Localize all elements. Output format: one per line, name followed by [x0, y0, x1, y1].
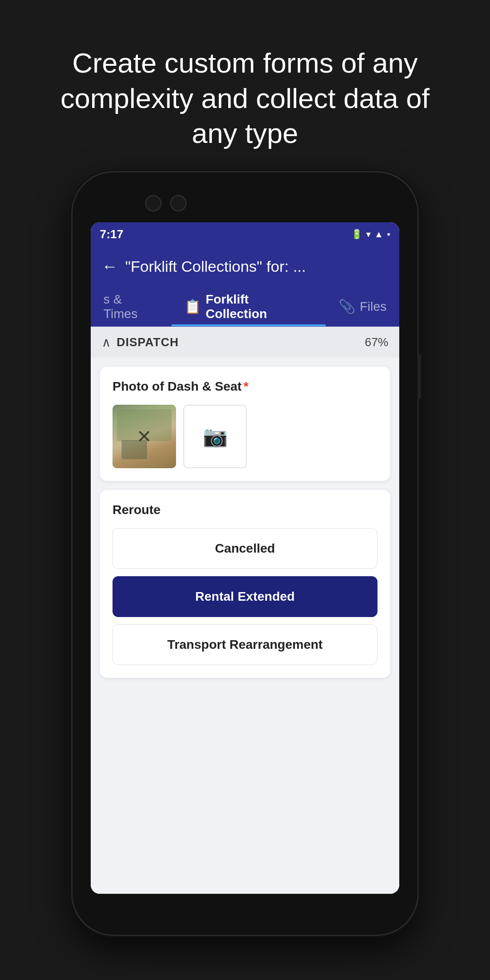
app-header: ← "Forklift Collections" for: ... — [91, 246, 399, 287]
chevron-up-icon[interactable]: ∧ — [102, 335, 111, 350]
section-progress: 67% — [365, 335, 388, 349]
notch — [200, 186, 290, 191]
tab-dates-times[interactable]: s & Times — [91, 287, 172, 326]
volume-button — [417, 354, 421, 399]
photo-thumbnail-1[interactable]: ✕ — [113, 405, 176, 468]
delete-photo-icon[interactable]: ✕ — [137, 426, 152, 447]
header-title: "Forklift Collections" for: ... — [125, 258, 306, 275]
wifi-icon: ▾ — [366, 229, 371, 240]
camera-right-icon — [170, 195, 186, 211]
camera-icon: 📷 — [203, 425, 228, 448]
headline-text: Create custom forms of any complexity an… — [0, 0, 490, 187]
reroute-option-transport-rearrangement[interactable]: Transport Rearrangement — [113, 624, 377, 665]
photo-card: Photo of Dash & Seat* ✕ — [100, 367, 390, 481]
phone-shell: 7:17 🔋 ▾ ▲ ▪ ← "Forklift Collections" fo… — [73, 172, 417, 935]
status-bar: 7:17 🔋 ▾ ▲ ▪ — [91, 222, 399, 246]
signal-icon: ▲ — [374, 229, 383, 240]
clipboard-icon: 📋 — [184, 299, 201, 314]
paperclip-icon: 📎 — [338, 299, 355, 314]
reroute-card-label: Reroute — [113, 503, 377, 517]
photo-grid: ✕ 📷 — [113, 405, 377, 468]
phone-device: 7:17 🔋 ▾ ▲ ▪ ← "Forklift Collections" fo… — [73, 172, 417, 935]
status-icons: 🔋 ▾ ▲ ▪ — [351, 229, 390, 240]
photo-card-label: Photo of Dash & Seat* — [113, 379, 377, 394]
tab-files-label: Files — [360, 299, 387, 314]
phone-screen: 7:17 🔋 ▾ ▲ ▪ ← "Forklift Collections" fo… — [91, 222, 399, 894]
battery-full-icon: ▪ — [387, 229, 390, 240]
tab-bar: s & Times 📋 Forklift Collection 📎 Files — [91, 287, 399, 327]
content-area: Photo of Dash & Seat* ✕ — [91, 358, 399, 894]
battery-icon: 🔋 — [351, 229, 363, 240]
reroute-option-cancelled[interactable]: Cancelled — [113, 528, 377, 569]
tab-files[interactable]: 📎 Files — [326, 287, 399, 326]
required-star: * — [244, 379, 249, 393]
status-time: 7:17 — [100, 227, 123, 241]
back-button[interactable]: ← — [102, 257, 118, 276]
tab-dates-times-label: s & Times — [103, 292, 159, 321]
add-photo-button[interactable]: 📷 — [183, 405, 247, 468]
section-label: DISPATCH — [117, 335, 179, 349]
section-title-row: ∧ DISPATCH — [102, 335, 179, 350]
camera-left-icon — [145, 195, 162, 211]
tab-forklift-label: Forklift Collection — [206, 292, 313, 321]
section-header: ∧ DISPATCH 67% — [91, 327, 399, 358]
reroute-card: Reroute Cancelled Rental Extended Transp… — [100, 490, 390, 678]
reroute-option-rental-extended[interactable]: Rental Extended — [113, 576, 377, 617]
tab-forklift-collection[interactable]: 📋 Forklift Collection — [172, 287, 326, 326]
